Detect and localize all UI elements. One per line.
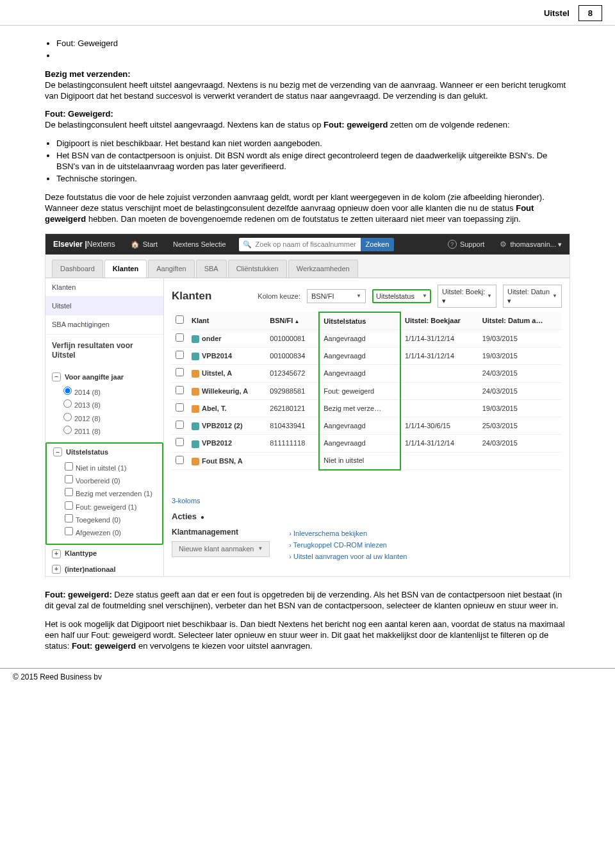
app-screenshot: Elsevier |Nextens Start Nextens Selectie… [45, 233, 570, 577]
tab-aangiften[interactable]: Aangiften [148, 260, 194, 277]
row-checkbox[interactable] [176, 333, 184, 342]
collapse-icon: – [52, 372, 61, 381]
facet-nationaal-head[interactable]: + (inter)nationaal [45, 561, 163, 576]
cell-boekjaar: 1/1/14-31/12/14 [400, 330, 479, 347]
link-terugkoppel[interactable]: Terugkoppel CD-ROM inlezen [289, 539, 407, 551]
cell-datum [479, 452, 562, 469]
person-icon [192, 388, 199, 396]
cell-bsn [266, 452, 319, 469]
cell-bsn: 012345672 [266, 365, 319, 382]
th-bsn[interactable]: BSN/FI [266, 312, 319, 330]
check-option[interactable]: Voorbereid (0) [65, 474, 156, 487]
list-item: Het BSN van de contactpersoon is onjuist… [56, 151, 570, 172]
paragraph: Fout: geweigerd: Deze status geeft aan d… [45, 590, 570, 612]
cell-bsn: 262180121 [266, 399, 319, 417]
header-title: Uitstel [544, 8, 570, 18]
th-klant[interactable]: Klant [188, 312, 266, 330]
table-row[interactable]: Abel, T.262180121Bezig met verze…19/03/2… [172, 399, 562, 417]
radio-option[interactable]: 2014 (8) [63, 385, 157, 398]
row-checkbox[interactable] [176, 403, 184, 412]
cell-boekjaar: 1/1/14-31/12/14 [400, 435, 479, 452]
building-icon [192, 422, 199, 430]
cell-klant: Uitstel, A [188, 365, 266, 382]
cell-boekjaar [400, 399, 479, 417]
tab-dashboard[interactable]: Dashboard [52, 260, 103, 277]
tab-sba[interactable]: SBA [196, 260, 227, 277]
link-uitstel-aanvragen[interactable]: Uitstel aanvragen voor al uw klanten [289, 551, 407, 562]
nav-support[interactable]: Support [440, 234, 493, 255]
table-row[interactable]: VPB2012811111118Aangevraagd1/1/14-31/12/… [172, 435, 562, 452]
cell-bsn: 092988581 [266, 382, 319, 399]
dropdown-uitstelstatus[interactable]: Uitstelstatus [372, 289, 431, 303]
tab-clientstukken[interactable]: Cliëntstukken [228, 260, 287, 277]
cell-datum: 24/03/2015 [479, 435, 562, 452]
tab-klanten[interactable]: Klanten [104, 260, 147, 277]
list-reasons: Digipoort is niet beschikbaar. Het besta… [45, 138, 570, 185]
row-checkbox[interactable] [176, 421, 184, 429]
table-row[interactable]: Fout BSN, ANiet in uitstel [172, 452, 562, 469]
table-row[interactable]: Willekeurig, A092988581Fout: geweigerd24… [172, 382, 562, 399]
cell-boekjaar [400, 452, 479, 469]
main-title: Klanten [172, 289, 211, 303]
check-option[interactable]: Niet in uitstel (1) [65, 461, 156, 474]
sidebar-item-klanten[interactable]: Klanten [45, 278, 163, 297]
list-item: Digipoort is niet beschikbaar. Het besta… [56, 138, 570, 149]
nav-user-menu[interactable]: thomasvanin... ▾ [492, 234, 570, 255]
cell-boekjaar [400, 365, 479, 382]
cell-klant: VPB2012 (2) [188, 417, 266, 435]
table-row[interactable]: VPB2014001000834Aangevraagd1/1/14-31/12/… [172, 347, 562, 364]
sidebar-item-sba[interactable]: SBA machtigingen [45, 315, 163, 334]
view-3koloms[interactable]: 3-koloms [172, 496, 562, 505]
check-option[interactable]: Fout: geweigerd (1) [65, 500, 156, 513]
dropdown-boekjaar[interactable]: Uitstel: Boekj: ▾ [438, 285, 496, 308]
facet-year-head[interactable]: – Voor aangifte jaar [45, 369, 163, 384]
paragraph: Bezig met verzenden: De belastingconsule… [45, 69, 570, 102]
nav-selectie[interactable]: Nextens Selectie [165, 234, 234, 255]
list-top: Fout: Geweigerd [45, 38, 570, 62]
sidebar-item-uitstel[interactable]: Uitstel [45, 297, 163, 315]
radio-option[interactable]: 2012 (8) [63, 412, 157, 424]
th-boekjaar[interactable]: Uitstel: Boekjaar [400, 312, 479, 330]
facet-status-head[interactable]: – Uitstelstatus [47, 444, 162, 459]
search-input[interactable]: 🔍 Zoek op naam of fiscaalnummer [239, 238, 361, 251]
tab-werkzaamheden[interactable]: Werkzaamheden [288, 260, 358, 277]
nieuwe-klant-button[interactable]: Nieuwe klant aanmaken [172, 541, 270, 556]
th-datum[interactable]: Uitstel: Datum a… [479, 312, 562, 330]
cell-datum: 19/03/2015 [479, 399, 562, 417]
check-option[interactable]: Toegekend (0) [65, 513, 156, 526]
facet-status-body: Niet in uitstel (1) Voorbereid (0) Bezig… [47, 460, 162, 544]
facet-klanttype-head[interactable]: + Klanttype [45, 545, 163, 560]
th-status[interactable]: Uitstelstatus [319, 312, 400, 330]
row-checkbox[interactable] [176, 386, 184, 394]
search-button[interactable]: Zoeken [361, 238, 395, 251]
table-row[interactable]: VPB2012 (2)810433941Aangevraagd1/1/14-30… [172, 417, 562, 435]
row-checkbox[interactable] [176, 456, 184, 464]
kolom-label: Kolom keuze: [258, 292, 300, 301]
check-option[interactable]: Afgewezen (0) [65, 526, 156, 538]
table-row[interactable]: Uitstel, A012345672Aangevraagd24/03/2015 [172, 365, 562, 382]
acties-section: Acties Klantmanagement Nieuwe klant aanm… [172, 512, 562, 563]
table-row[interactable]: onder001000081Aangevraagd1/1/14-31/12/14… [172, 330, 562, 347]
radio-option[interactable]: 2013 (8) [63, 398, 157, 411]
cell-datum: 24/03/2015 [479, 365, 562, 382]
cell-klant: VPB2014 [188, 347, 266, 364]
acties-links: Inleverschema bekijken Terugkoppel CD-RO… [289, 528, 407, 563]
cell-status: Aangevraagd [319, 330, 400, 347]
nav-start[interactable]: Start [123, 234, 165, 255]
row-checkbox[interactable] [176, 368, 184, 376]
paragraph: Het is ook mogelijk dat Digipoort niet b… [45, 619, 570, 652]
cell-klant: Willekeurig, A [188, 382, 266, 399]
document-body: Fout: Geweigerd Bezig met verzenden: De … [0, 26, 615, 668]
row-checkbox[interactable] [176, 438, 184, 446]
checkbox-all[interactable] [176, 315, 184, 324]
link-inleverschema[interactable]: Inleverschema bekijken [289, 528, 407, 539]
sort-asc-icon [293, 317, 299, 324]
check-option[interactable]: Bezig met verzenden (1) [65, 487, 156, 499]
cell-status: Bezig met verze… [319, 399, 400, 417]
dropdown-datum[interactable]: Uitstel: Datun ▾ [503, 285, 562, 308]
radio-option[interactable]: 2011 (8) [63, 424, 157, 437]
building-icon [192, 440, 199, 448]
row-checkbox[interactable] [176, 351, 184, 359]
dropdown-bsn[interactable]: BSN/FI [307, 289, 366, 303]
cell-klant: onder [188, 330, 266, 347]
